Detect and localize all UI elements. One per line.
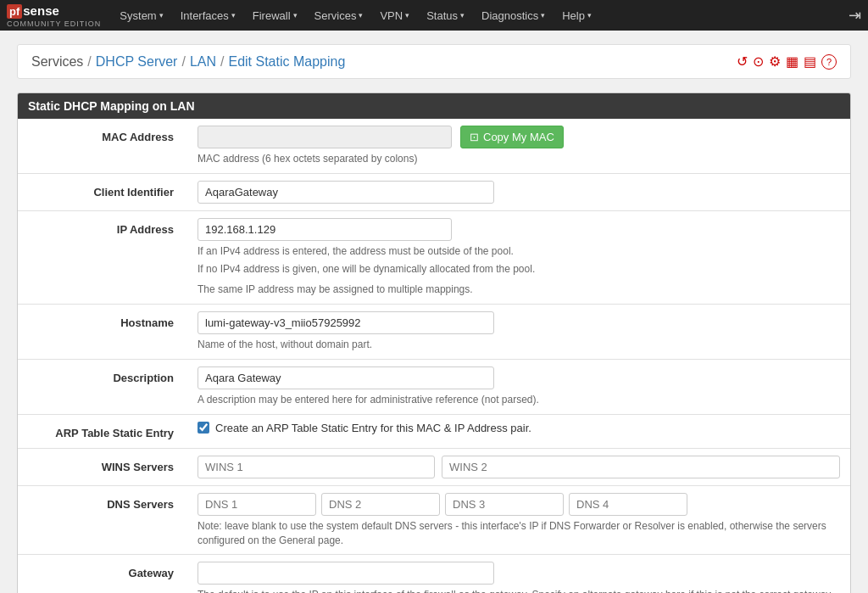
logo: pf sense COMMUNITY EDITION xyxy=(7,3,101,28)
gateway-label: Gateway xyxy=(18,555,187,593)
help-icon[interactable]: ? xyxy=(821,54,837,70)
reload-icon[interactable]: ↺ xyxy=(737,53,748,70)
hostname-row: Hostname Name of the host, without domai… xyxy=(18,305,850,360)
ip-help3: The same IP address may be assigned to m… xyxy=(198,283,840,297)
wins1-input[interactable] xyxy=(198,456,435,478)
arp-table-row: ARP Table Static Entry Create an ARP Tab… xyxy=(18,414,850,448)
arp-checkbox[interactable] xyxy=(198,422,209,434)
gateway-help: The default is to use the IP on this int… xyxy=(198,588,840,593)
wins-label: WINS Servers xyxy=(18,448,187,485)
chevron-down-icon: ▾ xyxy=(293,11,298,20)
hostname-input[interactable] xyxy=(198,311,494,334)
client-identifier-input[interactable] xyxy=(198,181,494,204)
chevron-down-icon: ▾ xyxy=(159,11,164,20)
chevron-down-icon: ▾ xyxy=(405,11,409,20)
ip-address-input[interactable] xyxy=(198,218,452,241)
gateway-input[interactable] xyxy=(198,562,494,585)
nav-firewall[interactable]: Firewall ▾ xyxy=(244,0,306,31)
arp-checkbox-row: Create an ARP Table Static Entry for thi… xyxy=(198,422,840,434)
dns-cell: Note: leave blank to use the system defa… xyxy=(187,485,850,555)
dns-row xyxy=(198,493,840,516)
copy-mac-button[interactable]: ⊡ Copy My MAC xyxy=(460,126,564,148)
dns4-input[interactable] xyxy=(569,493,687,516)
description-cell: A description may be entered here for ad… xyxy=(187,359,850,414)
client-identifier-row: Client Identifier xyxy=(18,173,850,210)
chart-icon[interactable]: ▦ xyxy=(786,53,798,70)
form-table: MAC Address ⊡ Copy My MAC MAC address (6… xyxy=(18,119,850,593)
bc-edit[interactable]: Edit Static Mapping xyxy=(228,54,345,70)
community-edition: COMMUNITY EDITION xyxy=(7,20,101,28)
mac-address-cell: ⊡ Copy My MAC MAC address (6 hex octets … xyxy=(187,119,850,173)
nav-menu: System ▾ Interfaces ▾ Firewall ▾ Service… xyxy=(111,0,849,31)
bc-dhcp[interactable]: DHCP Server xyxy=(96,54,178,70)
breadcrumb: Services / DHCP Server / LAN / Edit Stat… xyxy=(31,54,345,70)
client-identifier-cell xyxy=(187,173,850,210)
bc-sep3: / xyxy=(220,54,224,70)
bc-sep2: / xyxy=(181,54,185,70)
mac-address-label: MAC Address xyxy=(18,119,187,173)
wins2-input[interactable] xyxy=(442,456,840,478)
ip-help2: If no IPv4 address is given, one will be… xyxy=(198,262,840,277)
nav-right-icon: ⇥ xyxy=(849,6,861,25)
list-icon[interactable]: ▤ xyxy=(804,53,816,70)
nav-interfaces[interactable]: Interfaces ▾ xyxy=(172,0,244,31)
gateway-cell: The default is to use the IP on this int… xyxy=(187,555,850,593)
arp-checkbox-label: Create an ARP Table Static Entry for thi… xyxy=(215,422,531,434)
description-help: A description may be entered here for ad… xyxy=(198,393,840,407)
sense-text: sense xyxy=(23,3,59,18)
nav-help[interactable]: Help ▾ xyxy=(554,0,600,31)
nav-system[interactable]: System ▾ xyxy=(111,0,171,31)
main-content: Services / DHCP Server / LAN / Edit Stat… xyxy=(0,31,868,593)
wins-servers-row: WINS Servers xyxy=(18,448,850,485)
chevron-down-icon: ▾ xyxy=(587,11,592,20)
section-header: Static DHCP Mapping on LAN xyxy=(18,93,850,119)
chevron-down-icon: ▾ xyxy=(460,11,465,20)
bc-sep1: / xyxy=(87,54,91,70)
description-label: Description xyxy=(18,359,187,414)
dns3-input[interactable] xyxy=(445,493,564,516)
nav-status[interactable]: Status ▾ xyxy=(418,0,473,31)
dns-servers-row: DNS Servers Note: leave blank to use the… xyxy=(18,485,850,555)
chevron-down-icon: ▾ xyxy=(231,11,236,20)
brand: pf sense COMMUNITY EDITION xyxy=(7,3,101,28)
hostname-label: Hostname xyxy=(18,305,187,360)
section-title: Static DHCP Mapping on LAN xyxy=(28,99,195,113)
navbar: pf sense COMMUNITY EDITION System ▾ Inte… xyxy=(0,0,868,31)
chevron-down-icon: ▾ xyxy=(359,11,363,20)
mac-address-input[interactable] xyxy=(198,126,452,148)
breadcrumb-row: Services / DHCP Server / LAN / Edit Stat… xyxy=(17,44,851,79)
breadcrumb-icons: ↺ ⊙ ⚙ ▦ ▤ ? xyxy=(737,53,837,70)
hostname-help: Name of the host, without domain part. xyxy=(198,338,840,352)
hostname-cell: Name of the host, without domain part. xyxy=(187,305,850,360)
client-identifier-label: Client Identifier xyxy=(18,173,187,210)
status-icon[interactable]: ⊙ xyxy=(753,53,764,70)
static-dhcp-section: Static DHCP Mapping on LAN MAC Address ⊡… xyxy=(17,92,851,593)
ip-address-cell: If an IPv4 address is entered, the addre… xyxy=(187,210,850,304)
chevron-down-icon: ▾ xyxy=(541,11,545,20)
bc-lan[interactable]: LAN xyxy=(190,54,216,70)
gateway-row: Gateway The default is to use the IP on … xyxy=(18,555,850,593)
description-row: Description A description may be entered… xyxy=(18,359,850,414)
ip-help1: If an IPv4 address is entered, the addre… xyxy=(198,244,840,259)
dns-label: DNS Servers xyxy=(18,485,187,555)
ip-address-label: IP Address xyxy=(18,210,187,304)
bc-services: Services xyxy=(31,54,83,70)
wins-row xyxy=(198,456,840,478)
dns2-input[interactable] xyxy=(321,493,440,516)
copy-icon: ⊡ xyxy=(470,131,479,143)
nav-vpn[interactable]: VPN ▾ xyxy=(371,0,418,31)
dns1-input[interactable] xyxy=(198,493,316,516)
dns-help: Note: leave blank to use the system defa… xyxy=(198,519,840,548)
exit-icon: ⇥ xyxy=(849,7,861,24)
mac-help-text: MAC address (6 hex octets separated by c… xyxy=(198,152,840,166)
mac-row: ⊡ Copy My MAC xyxy=(198,126,840,148)
pf-box: pf xyxy=(7,4,22,19)
wins-cell xyxy=(187,448,850,485)
ip-address-row: IP Address If an IPv4 address is entered… xyxy=(18,210,850,304)
nav-services[interactable]: Services ▾ xyxy=(306,0,372,31)
settings-icon[interactable]: ⚙ xyxy=(769,53,781,70)
nav-diagnostics[interactable]: Diagnostics ▾ xyxy=(473,0,554,31)
mac-address-row: MAC Address ⊡ Copy My MAC MAC address (6… xyxy=(18,119,850,173)
description-input[interactable] xyxy=(198,366,494,389)
arp-cell: Create an ARP Table Static Entry for thi… xyxy=(187,414,850,448)
